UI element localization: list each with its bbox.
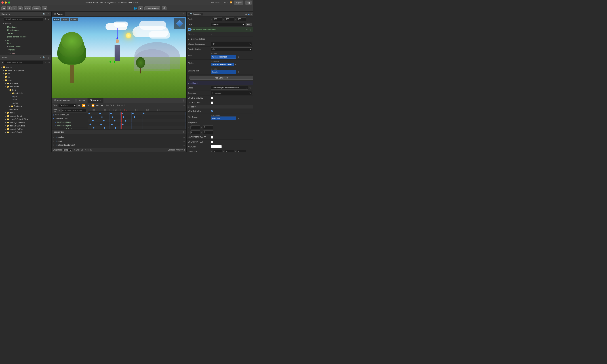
use-vertex-color-checkbox[interactable] (211, 136, 213, 139)
viewport[interactable]: ANIM Save Close (52, 17, 186, 98)
hierarchy-refresh-btn[interactable]: ↺ (44, 17, 47, 21)
scene-tab[interactable]: 🎬 Scene (52, 12, 65, 17)
asset-test-zelda-file[interactable]: test-zelda (0, 108, 51, 111)
tiling-y-input[interactable] (203, 125, 213, 129)
anim-node-mixamorig-spine1[interactable]: ◆ mixamorig:Spine1 (52, 124, 88, 128)
tree-main-camera[interactable]: Main Camera (0, 29, 51, 32)
asset-advanced-pipeline[interactable]: ▶ 📁 advanced-pipeline (0, 69, 51, 72)
asset-zelda-fastrun[interactable]: ▶ 📁 zelda@FastRun (0, 131, 51, 134)
color-scale-z-input[interactable] (237, 150, 246, 152)
asset-zelda-fallflat[interactable]: ▶ 📁 zelda@FallFlat (0, 127, 51, 131)
tree-env[interactable]: ▶ env (0, 38, 51, 42)
minimize-btn[interactable] (5, 1, 7, 4)
asset-assets[interactable]: ▼ 📁 assets (0, 65, 51, 69)
record-btn[interactable]: ⏺ (100, 104, 104, 107)
asset-hero[interactable]: ▼ 📁 hero (0, 88, 51, 91)
back-btn[interactable]: ◀ (1, 6, 6, 10)
prop-scale[interactable]: ▶ ◆ scale ☰ (52, 139, 186, 143)
assets-menu-btn[interactable]: ⋮ (47, 56, 50, 59)
3d-btn[interactable]: 3D (42, 6, 47, 10)
assets-search-icon2[interactable]: + (1, 61, 3, 65)
asset-test-water[interactable]: ▶ 📁 test-water (0, 82, 51, 85)
scale-x-input[interactable] (213, 17, 222, 21)
tiling-w-input[interactable] (203, 130, 213, 134)
mesh-input[interactable] (211, 55, 236, 59)
use-texture-checkbox[interactable] (211, 110, 213, 112)
use-instancing-checkbox[interactable] (211, 97, 213, 99)
skinning-root-input[interactable] (211, 70, 236, 74)
node-filter-input[interactable] (61, 109, 86, 112)
tree-grass-bender-renderer[interactable]: grass-bender-renderer (0, 35, 51, 38)
tab-console[interactable]: ⬛ Console (72, 98, 87, 103)
scale-y-input[interactable] (225, 17, 234, 21)
prop-position[interactable]: ▶ ◆ position ☰ (52, 135, 186, 139)
next-frame-btn[interactable]: ⏩ (91, 104, 95, 107)
asset-test-zelda[interactable]: ▼ 📁 test-zelda (0, 85, 51, 88)
scene-select[interactable]: Current scene (145, 6, 160, 10)
assets-search-btn[interactable]: 🔍 (42, 56, 46, 59)
assets-clear-btn[interactable]: ✕ (44, 61, 47, 65)
technique-select[interactable]: 0 - opaque (211, 91, 252, 95)
asset-zelda-mat[interactable]: ● zelda (0, 101, 51, 104)
tree-main-light[interactable]: Main Light (0, 25, 51, 29)
tab-assets-preview[interactable]: 🖼 Assets Preview (52, 98, 72, 103)
settings-btn[interactable]: ⚙ (18, 6, 23, 10)
app-button[interactable]: App (245, 0, 252, 4)
tree-female-node[interactable]: ▼ female (0, 48, 51, 51)
asset-zelda-bored[interactable]: ▶ 📁 zelda@Bored (0, 114, 51, 117)
scene-menu-btn[interactable]: ⋮ (182, 13, 185, 15)
anim-node-mixamorig-hips[interactable]: ◆ mixamorig:Hips (52, 117, 88, 120)
effect-settings-btn[interactable]: ⚙ (249, 86, 252, 89)
layer-select[interactable]: DEFAULT (211, 23, 245, 26)
asset-eyes[interactable]: ● eyes (0, 95, 51, 98)
inspector-tab[interactable]: 🔍 Inspector (188, 12, 203, 16)
close-anim-btn[interactable]: Close (70, 18, 78, 21)
tree-female-comp[interactable]: ▼ female (0, 51, 51, 55)
inspector-menu-btn[interactable]: ≡ (251, 13, 252, 15)
asset-tests[interactable]: ▼ 📁 tests (0, 78, 51, 82)
layer-edit-btn[interactable]: Edit (246, 23, 252, 26)
tiling-x-input[interactable] (190, 125, 200, 129)
anim-node-mixamorig-spine[interactable]: ◆ mixamorig:Spine (52, 120, 88, 124)
color-scale-x-input[interactable] (213, 150, 222, 152)
close-editor-btn[interactable]: ✕ (12, 6, 17, 10)
skip-fwd-btn[interactable]: ⏭ (96, 104, 99, 107)
hierarchy-search-icon[interactable]: + (1, 17, 3, 21)
mesh-pick-btn[interactable]: ⊞ (237, 55, 240, 58)
asset-zelda-dwarfidle[interactable]: ▶ 📁 zelda@DwarfIdle (0, 124, 51, 127)
tree-hero[interactable]: ▼ hero (0, 42, 51, 45)
position-menu-icon[interactable]: ☰ (183, 136, 185, 138)
add-component-btn[interactable]: Add Component (189, 76, 253, 80)
scale-menu-icon[interactable]: ☰ (183, 140, 185, 142)
maximize-btn[interactable] (8, 1, 10, 4)
assets-search-input[interactable] (4, 61, 43, 65)
local-btn[interactable]: Local (32, 6, 40, 10)
anim-node-mixamorig-spine2[interactable]: ◆ mixamorig:Spine2 (52, 128, 88, 129)
asset-src[interactable]: ▶ 📁 src (0, 75, 51, 78)
prev-frame-btn[interactable]: ⏪ (82, 104, 86, 107)
effect-select[interactable]: ../advanced-pipeline/materials/builtin (211, 86, 248, 90)
clips-select[interactable]: DwarfIdle (58, 104, 76, 107)
asset-zelda-catwalks[interactable]: ▶ 📁 zelda@CatwalkWalk (0, 117, 51, 121)
assets-add-btn[interactable]: + (39, 56, 41, 59)
save-anim-btn[interactable]: Save (61, 18, 69, 21)
assets-expand-btn[interactable]: ↺ (47, 61, 50, 65)
asset-res[interactable]: ▶ 📁 res (0, 72, 51, 75)
inspector-back-btn[interactable]: ◀ (245, 13, 247, 15)
receive-shadow-select[interactable]: ON (211, 47, 252, 51)
skeleton-pick-btn[interactable]: ⊞ (234, 63, 237, 66)
use-alpha-test-checkbox[interactable] (211, 141, 213, 143)
skip-back-btn[interactable]: ⏮ (78, 104, 81, 107)
hierarchy-menu-btn[interactable]: ⋮ (47, 13, 50, 15)
use-batching-checkbox[interactable] (211, 102, 213, 104)
project-button[interactable]: Project (234, 0, 243, 4)
pivot-btn[interactable]: Pivot (24, 6, 31, 10)
timeline-options-btn[interactable]: ⚙ (182, 104, 185, 107)
asset-zelda[interactable]: ▶ 📁 zelda (0, 111, 51, 114)
asset-zelda-cheering[interactable]: ▶ 📁 zelda@Cheering (0, 121, 51, 124)
skeleton-input[interactable] (211, 63, 234, 66)
anim-node-mesh-zelda-eyes[interactable]: ◆ mesh_zeldaEyes (52, 113, 88, 117)
skinning-root-pick-btn[interactable]: ⊞ (237, 70, 240, 74)
hierarchy-add-btn[interactable]: + (39, 13, 41, 15)
inspector-forward-btn[interactable]: ▶ (248, 13, 250, 15)
